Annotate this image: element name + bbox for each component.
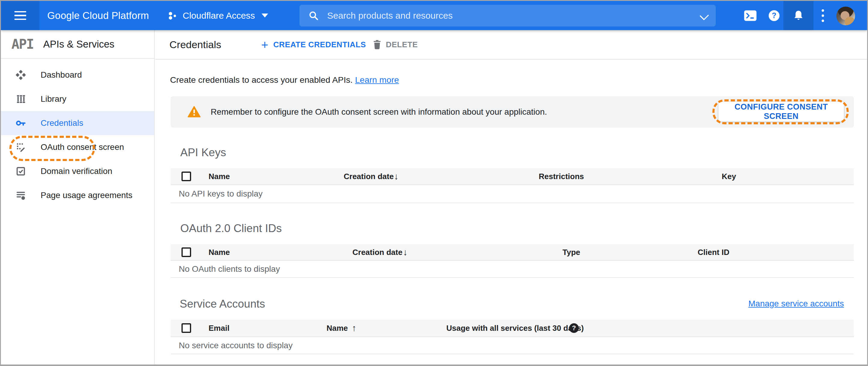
project-selector[interactable]: Cloudflare Access	[168, 1, 268, 30]
service-accounts-table-header: Email Name ↑ Usage with all services (la…	[170, 319, 854, 337]
api-keys-heading: API Keys	[180, 146, 226, 159]
api-keys-empty-row: No API keys to display	[170, 185, 854, 203]
column-header-email[interactable]: Email	[209, 324, 229, 333]
sidebar-item-domain-verification[interactable]: Domain verification	[1, 159, 154, 183]
api-keys-select-all-checkbox[interactable]	[182, 172, 191, 181]
sort-ascending-icon[interactable]: ↑	[352, 323, 356, 333]
project-name: Cloudflare Access	[183, 10, 255, 21]
help-button[interactable]: ?	[763, 1, 785, 30]
configure-consent-screen-button[interactable]: CONFIGURE CONSENT SCREEN	[718, 102, 844, 122]
sort-descending-icon[interactable]: ↓	[403, 247, 407, 257]
column-header-creation-date[interactable]: Creation date	[352, 247, 402, 257]
delete-button[interactable]: DELETE	[373, 39, 418, 50]
column-header-key[interactable]: Key	[722, 172, 736, 181]
sidebar-menu: Dashboard Library	[1, 59, 154, 207]
trash-icon	[373, 39, 382, 50]
cloud-shell-icon	[744, 10, 757, 21]
search-icon	[309, 10, 319, 21]
page-header: Credentials + CREATE CREDENTIALS DELETE	[155, 30, 867, 60]
main-content: Credentials + CREATE CREDENTIALS DELETE …	[155, 30, 867, 365]
search-input[interactable]	[327, 10, 707, 21]
warning-icon	[187, 105, 201, 118]
column-header-creation-date[interactable]: Creation date	[344, 172, 394, 181]
domain-verification-icon	[16, 166, 26, 177]
search-bar[interactable]	[300, 5, 716, 27]
gcp-console-window: Google Cloud Platform Cloudflare Access	[0, 0, 868, 366]
dashboard-icon	[16, 69, 26, 80]
more-options-button[interactable]	[811, 1, 834, 30]
hamburger-menu-button[interactable]	[1, 1, 39, 30]
plus-icon: +	[261, 41, 269, 49]
sort-descending-icon[interactable]: ↓	[394, 171, 399, 182]
hamburger-icon	[14, 11, 26, 20]
consent-warning-banner: Remember to configure the OAuth consent …	[170, 96, 854, 128]
column-header-usage[interactable]: Usage with all services (last 30 days)	[446, 324, 584, 333]
project-caret-icon	[261, 13, 268, 18]
api-product-icon: API	[11, 36, 33, 52]
service-accounts-empty-row: No service accounts to display	[170, 337, 854, 354]
help-icon: ?	[769, 10, 779, 21]
project-hexagons-icon	[168, 11, 178, 21]
column-header-name[interactable]: Name	[209, 172, 230, 181]
sidebar-item-credentials[interactable]: Credentials	[1, 111, 154, 135]
key-icon	[16, 118, 26, 128]
sidebar: API APIs & Services Dashboard	[1, 30, 155, 365]
service-accounts-select-all-checkbox[interactable]	[182, 323, 191, 333]
oauth-clients-table-header: Name Creation date ↓ Type Client ID	[170, 244, 854, 261]
kebab-menu-icon	[822, 9, 824, 22]
column-header-name[interactable]: Name	[327, 324, 348, 333]
sidebar-header: API APIs & Services	[1, 30, 154, 59]
column-header-client-id[interactable]: Client ID	[698, 247, 729, 257]
oauth-select-all-checkbox[interactable]	[182, 247, 191, 257]
bell-icon	[793, 10, 804, 22]
service-accounts-heading: Service Accounts	[180, 298, 265, 310]
sidebar-item-oauth-consent-screen[interactable]: OAuth consent screen	[1, 135, 154, 159]
column-header-restrictions[interactable]: Restrictions	[539, 172, 584, 181]
gcp-logo[interactable]: Google Cloud Platform	[41, 1, 149, 30]
oauth-clients-empty-row: No OAuth clients to display	[170, 261, 854, 278]
sidebar-item-library[interactable]: Library	[1, 87, 154, 111]
page-title: Credentials	[169, 39, 221, 51]
user-avatar[interactable]	[836, 7, 855, 25]
oauth-clients-heading: OAuth 2.0 Client IDs	[180, 222, 282, 235]
sidebar-item-dashboard[interactable]: Dashboard	[1, 63, 154, 87]
consent-screen-icon	[16, 142, 26, 153]
sidebar-title: APIs & Services	[43, 38, 114, 50]
manage-service-accounts-link[interactable]: Manage service accounts	[748, 299, 844, 308]
column-header-type[interactable]: Type	[562, 247, 580, 257]
usage-help-icon[interactable]: ?	[569, 323, 579, 333]
sidebar-item-page-usage-agreements[interactable]: Page usage agreements	[1, 183, 154, 207]
intro-text: Create credentials to access your enable…	[170, 75, 399, 85]
learn-more-link[interactable]: Learn more	[355, 75, 399, 85]
column-header-name[interactable]: Name	[209, 247, 230, 257]
cloud-shell-button[interactable]	[739, 1, 762, 30]
top-app-bar: Google Cloud Platform Cloudflare Access	[1, 1, 867, 30]
library-icon	[16, 94, 26, 104]
create-credentials-button[interactable]: + CREATE CREDENTIALS	[261, 40, 366, 49]
agreements-gear-icon	[16, 190, 26, 201]
api-keys-table-header: Name Creation date ↓ Restrictions Key	[170, 168, 854, 185]
notifications-button[interactable]	[783, 1, 813, 30]
banner-message: Remember to configure the OAuth consent …	[211, 107, 547, 117]
